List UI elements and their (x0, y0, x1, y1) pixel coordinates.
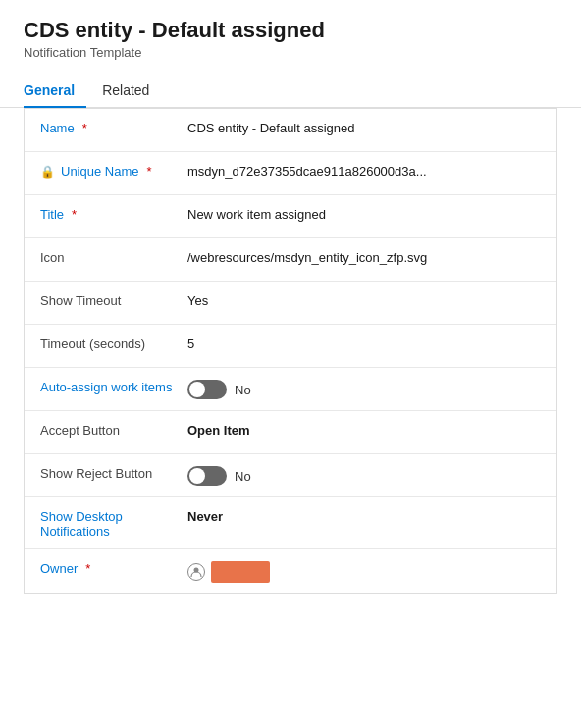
toggle-track-show-reject (187, 466, 227, 486)
field-value-unique-name: msdyn_d72e37355dcae911a826000d3a... (187, 162, 541, 179)
field-value-title: New work item assigned (187, 205, 541, 222)
field-value-icon: /webresources/msdyn_entity_icon_zfp.svg (187, 248, 541, 265)
owner-circle-icon (187, 563, 205, 581)
field-label-timeout-seconds: Timeout (seconds) (40, 335, 187, 351)
lock-icon: 🔒 (40, 165, 55, 179)
field-label-title: Title * (40, 205, 187, 222)
field-label-text-timeout-seconds: Timeout (seconds) (40, 337, 145, 351)
owner-icons (187, 561, 541, 583)
field-label-icon: Icon (40, 248, 187, 265)
field-value-show-reject: No (187, 464, 541, 486)
required-star-unique-name: * (147, 164, 152, 179)
field-row-title: Title * New work item assigned (25, 195, 556, 238)
field-label-show-reject: Show Reject Button (40, 464, 187, 481)
page-header: CDS entity - Default assigned Notificati… (0, 0, 581, 60)
field-row-show-desktop: Show Desktop Notifications Never (25, 497, 556, 549)
field-label-text-show-desktop: Show Desktop Notifications (40, 509, 187, 539)
toggle-auto-assign[interactable] (187, 380, 227, 399)
tab-general[interactable]: General (24, 73, 86, 108)
required-star-title: * (72, 207, 77, 222)
field-label-text-icon: Icon (40, 250, 65, 265)
field-label-name: Name * (40, 119, 187, 135)
field-value-name: CDS entity - Default assigned (187, 119, 541, 135)
toggle-track-auto-assign (187, 380, 227, 399)
toggle-container-show-reject: No (187, 466, 541, 486)
field-value-accept-button: Open Item (187, 421, 541, 438)
field-row-owner: Owner * (25, 549, 556, 593)
toggle-label-auto-assign: No (235, 383, 251, 397)
field-label-text-name: Name (40, 121, 75, 135)
field-value-auto-assign: No (187, 378, 541, 399)
toggle-thumb-show-reject (189, 468, 205, 484)
required-star-owner: * (85, 561, 90, 576)
field-label-text-unique-name: Unique Name (61, 164, 139, 179)
field-row-unique-name: 🔒 Unique Name * msdyn_d72e37355dcae911a8… (25, 152, 556, 195)
field-label-text-show-timeout: Show Timeout (40, 293, 121, 308)
field-label-text-show-reject: Show Reject Button (40, 466, 152, 481)
toggle-show-reject[interactable] (187, 466, 227, 486)
owner-color-block (211, 561, 270, 583)
field-value-owner (187, 559, 541, 583)
field-row-accept-button: Accept Button Open Item (25, 411, 556, 454)
field-row-show-reject: Show Reject Button No (25, 454, 556, 497)
field-value-show-desktop: Never (187, 507, 541, 524)
field-label-text-title: Title (40, 207, 64, 222)
field-row-icon: Icon /webresources/msdyn_entity_icon_zfp… (25, 238, 556, 282)
field-value-timeout-seconds: 5 (187, 335, 541, 351)
tab-related[interactable]: Related (102, 73, 161, 108)
field-label-text-auto-assign: Auto-assign work items (40, 380, 172, 394)
field-label-auto-assign: Auto-assign work items (40, 378, 187, 394)
page-subtitle: Notification Template (24, 45, 557, 60)
form-container: Name * CDS entity - Default assigned 🔒 U… (24, 108, 557, 594)
field-label-text-accept-button: Accept Button (40, 423, 120, 438)
field-label-owner: Owner * (40, 559, 187, 576)
field-row-timeout-seconds: Timeout (seconds) 5 (25, 325, 556, 368)
owner-person-svg (190, 566, 202, 578)
tabs-container: General Related (0, 72, 581, 108)
field-row-auto-assign: Auto-assign work items No (25, 368, 556, 411)
field-label-accept-button: Accept Button (40, 421, 187, 438)
required-star-name: * (82, 121, 87, 135)
field-value-show-timeout: Yes (187, 291, 541, 308)
toggle-container-auto-assign: No (187, 380, 541, 399)
field-label-text-owner: Owner (40, 561, 78, 576)
field-row-show-timeout: Show Timeout Yes (25, 282, 556, 325)
page-title: CDS entity - Default assigned (24, 18, 557, 43)
toggle-label-show-reject: No (235, 469, 251, 484)
field-label-show-desktop: Show Desktop Notifications (40, 507, 187, 539)
field-label-show-timeout: Show Timeout (40, 291, 187, 308)
toggle-thumb-auto-assign (189, 382, 205, 397)
field-label-unique-name: 🔒 Unique Name * (40, 162, 187, 179)
field-row-name: Name * CDS entity - Default assigned (25, 109, 556, 152)
